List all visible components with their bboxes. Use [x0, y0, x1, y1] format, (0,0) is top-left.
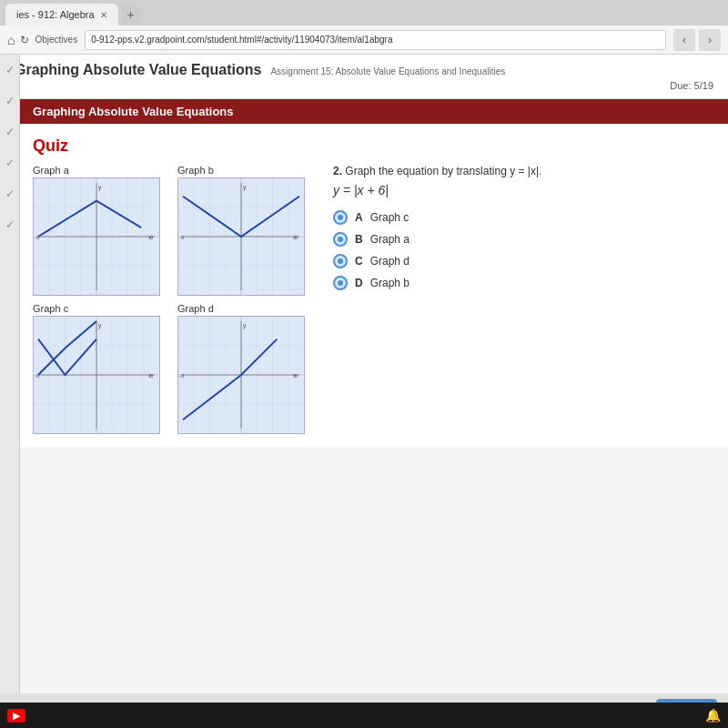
option-d-radio[interactable] — [333, 276, 348, 290]
section-header: Graphing Absolute Value Equations — [20, 99, 728, 124]
svg-text:-8: -8 — [179, 373, 185, 379]
taskbar: ▶ 🔔 — [0, 703, 728, 728]
browser-chrome: ies - 912: Algebra ✕ + ⌂ ↻ Objectives 0-… — [0, 0, 728, 55]
home-icon[interactable]: ⌂ — [7, 33, 15, 47]
nav-back-button[interactable]: ‹ — [673, 29, 695, 51]
main-area: Graphing Absolute Value Equations Quiz G… — [20, 99, 728, 728]
option-a[interactable]: A Graph c — [333, 210, 715, 225]
options-list: A Graph c B Graph a — [333, 210, 715, 290]
equation-display: y = |x + 6| — [333, 183, 715, 197]
svg-text:-8: -8 — [35, 373, 40, 379]
new-tab-button[interactable]: + — [122, 5, 140, 24]
graph-a-svg: y x -8 8 — [34, 178, 159, 295]
graph-d-svg: y x -8 8 — [178, 317, 304, 433]
screen: ies - 912: Algebra ✕ + ⌂ ↻ Objectives 0-… — [0, 0, 728, 728]
svg-text:y: y — [243, 184, 247, 191]
graph-c-label: Graph c — [33, 303, 170, 314]
page-content: Graphing Absolute Value Equations Assign… — [0, 55, 728, 728]
option-a-radio[interactable] — [333, 210, 348, 225]
option-d-radio-inner — [338, 280, 343, 286]
graph-a-container: Graph a — [33, 165, 170, 296]
option-b-letter: B — [355, 233, 363, 246]
sidebar-icons: ✓ ✓ ✓ ✓ ✓ ✓ — [0, 55, 20, 728]
option-b-radio-inner — [338, 237, 343, 242]
graphs-grid: Graph a — [33, 165, 315, 434]
graph-a-box: y x -8 8 — [33, 177, 160, 296]
graph-b-label: Graph b — [177, 165, 315, 176]
sidebar-check-2: ✓ — [5, 95, 15, 107]
question-area: Graph a — [33, 165, 715, 434]
browser-tab[interactable]: ies - 912: Algebra ✕ — [5, 4, 118, 25]
assignment-label: Assignment 15: Absolute Value Equations … — [270, 66, 505, 76]
sidebar-check-1: ✓ — [5, 64, 15, 76]
question-text: 2. Graph the equation by translating y =… — [333, 165, 715, 177]
svg-text:-8: -8 — [35, 235, 40, 240]
quiz-header: Quiz — [33, 136, 715, 156]
option-c-radio[interactable] — [333, 254, 348, 268]
option-b-radio[interactable] — [333, 232, 348, 247]
svg-text:y: y — [98, 184, 102, 191]
refresh-icon[interactable]: ↻ — [20, 34, 29, 46]
option-b[interactable]: B Graph a — [333, 232, 715, 247]
question-number: 2. — [333, 165, 342, 177]
url-input[interactable]: 0-912-pps.v2.gradpoint.com/student.html#… — [85, 30, 666, 50]
sidebar-check-6: ✓ — [5, 218, 15, 231]
nav-forward-button[interactable]: › — [699, 29, 721, 51]
objectives-label: Objectives — [35, 35, 77, 45]
option-b-text: Graph a — [370, 233, 410, 246]
page-title-row: Graphing Absolute Value Equations Assign… — [15, 62, 713, 78]
option-c-text: Graph d — [370, 255, 410, 268]
tab-close-icon[interactable]: ✕ — [100, 10, 107, 20]
bell-icon[interactable]: 🔔 — [705, 708, 721, 723]
objectives-area: ⌂ ↻ Objectives — [7, 33, 77, 47]
tab-label: ies - 912: Algebra — [16, 9, 95, 20]
svg-text:-8: -8 — [179, 235, 185, 240]
option-d-letter: D — [355, 277, 363, 289]
address-bar: ⌂ ↻ Objectives 0-912-pps.v2.gradpoint.co… — [0, 25, 728, 55]
option-d[interactable]: D Graph b — [333, 276, 715, 290]
option-c-radio-inner — [338, 258, 343, 264]
page-header: Graphing Absolute Value Equations Assign… — [0, 55, 728, 99]
nav-arrows: ‹ › — [673, 29, 721, 51]
graph-d-box: y x -8 8 — [177, 316, 305, 434]
option-a-radio-inner — [338, 215, 343, 220]
graph-b-container: Graph b — [177, 165, 315, 296]
option-c[interactable]: C Graph d — [333, 254, 715, 268]
graph-d-label: Graph d — [177, 303, 315, 314]
sidebar-check-5: ✓ — [5, 187, 15, 200]
option-a-text: Graph c — [370, 211, 410, 224]
sidebar-check-4: ✓ — [5, 157, 15, 169]
graph-c-box: y x -8 8 — [33, 316, 160, 434]
svg-text:y: y — [243, 322, 247, 329]
graph-b-svg: y x -8 8 — [178, 178, 304, 295]
graph-c-container: Graph c — [33, 303, 170, 434]
content-wrapper: Quiz Graph a — [20, 124, 728, 447]
option-a-letter: A — [355, 211, 363, 224]
svg-text:y: y — [98, 322, 102, 329]
graph-d-container: Graph d — [177, 303, 315, 434]
tab-bar: ies - 912: Algebra ✕ + — [0, 0, 728, 25]
graph-b-box: y x -8 8 — [177, 177, 305, 296]
question-section: 2. Graph the equation by translating y =… — [333, 165, 715, 434]
option-d-text: Graph b — [370, 277, 410, 289]
graphs-section: Graph a — [33, 165, 315, 434]
page-title: Graphing Absolute Value Equations — [15, 62, 261, 78]
option-c-letter: C — [355, 255, 363, 268]
due-date: Due: 5/19 — [15, 78, 713, 91]
graph-c-svg: y x -8 8 — [34, 317, 159, 433]
youtube-button[interactable]: ▶ — [7, 709, 25, 723]
sidebar-check-3: ✓ — [5, 126, 15, 138]
graph-a-label: Graph a — [33, 165, 170, 176]
